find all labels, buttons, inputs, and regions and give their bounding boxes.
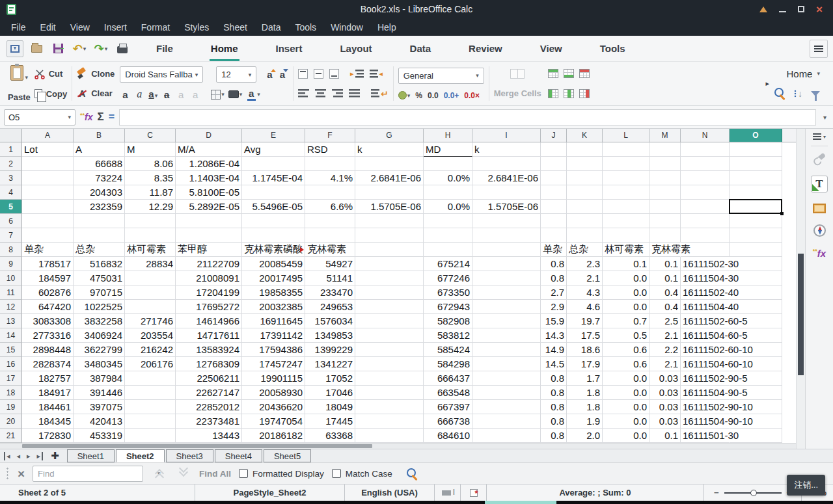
find-next-button[interactable] — [178, 469, 189, 479]
column-header-F[interactable]: F — [305, 129, 355, 142]
cell-F14[interactable]: 1349853 — [305, 328, 355, 343]
cell-J20[interactable]: 0.8 — [541, 414, 567, 429]
cell-K4[interactable] — [567, 185, 603, 200]
cell-L9[interactable]: 0.1 — [603, 257, 649, 271]
cell-M3[interactable] — [649, 171, 681, 185]
cell-H12[interactable]: 672943 — [424, 300, 472, 314]
cell-J12[interactable]: 2.9 — [541, 300, 567, 314]
cell-K13[interactable]: 19.7 — [567, 314, 603, 328]
cell-M21[interactable]: 0.1 — [649, 429, 681, 443]
cell-K2[interactable] — [567, 157, 603, 171]
column-header-O[interactable]: O — [730, 129, 782, 142]
cell-B12[interactable]: 1022525 — [74, 300, 125, 314]
cell-C13[interactable]: 271746 — [125, 314, 176, 328]
cell-J17[interactable]: 0.8 — [541, 371, 567, 386]
cell-H3[interactable]: 0.0% — [424, 171, 472, 185]
cell-A20[interactable]: 184345 — [22, 414, 74, 429]
cell-O5[interactable] — [730, 200, 782, 214]
cell-F6[interactable] — [305, 214, 355, 228]
cell-E1[interactable]: Avg — [242, 142, 305, 157]
cell-L16[interactable]: 0.6 — [603, 357, 649, 371]
cell-D2[interactable]: 1.2086E-04 — [176, 157, 242, 171]
cell-A18[interactable]: 184917 — [22, 386, 74, 400]
row-header-14[interactable]: 14 — [0, 328, 22, 343]
cell-B10[interactable]: 475031 — [74, 271, 125, 285]
cell-N16[interactable]: 16111504-60-10 — [681, 357, 730, 371]
menu-file[interactable]: File — [4, 20, 33, 35]
cell-O4[interactable] — [730, 185, 782, 200]
name-box[interactable]: O5 ▾ — [4, 109, 75, 126]
cell-G7[interactable] — [355, 228, 424, 243]
menubar-toggle-button[interactable] — [810, 40, 828, 58]
cell-L1[interactable] — [603, 142, 649, 157]
cell-D9[interactable]: 21122709 — [176, 257, 242, 271]
column-header-K[interactable]: K — [567, 129, 603, 142]
column-header-I[interactable]: I — [472, 129, 541, 142]
insert-columns-before-button[interactable] — [548, 89, 558, 98]
cell-J6[interactable] — [541, 214, 567, 228]
cell-E8[interactable]: 克林霉素磷酸 — [242, 243, 305, 257]
menu-styles[interactable]: Styles — [177, 20, 216, 35]
menu-tools[interactable]: Tools — [288, 20, 323, 35]
merge-cells-icon[interactable] — [510, 69, 525, 79]
cell-J11[interactable]: 2.7 — [541, 285, 567, 300]
cell-A14[interactable]: 2773316 — [22, 328, 74, 343]
cell-E12[interactable]: 20032385 — [242, 300, 305, 314]
cell-M10[interactable]: 0.1 — [649, 271, 681, 285]
row-header-1[interactable]: 1 — [0, 142, 22, 157]
cell-B4[interactable]: 204303 — [74, 185, 125, 200]
increase-indent-button[interactable]: ▸ — [350, 70, 364, 78]
close-button[interactable]: × — [816, 4, 823, 15]
cell-G15[interactable] — [355, 343, 424, 357]
cell-N20[interactable]: 16111504-90-10 — [681, 414, 730, 429]
zoom-track[interactable] — [724, 492, 782, 494]
cell-C20[interactable] — [125, 414, 176, 429]
cell-N11[interactable]: 16111502-40 — [681, 285, 730, 300]
cell-E20[interactable]: 19747054 — [242, 414, 305, 429]
cell-I9[interactable] — [472, 257, 541, 271]
cell-G8[interactable] — [355, 243, 424, 257]
cell-M15[interactable]: 2.2 — [649, 343, 681, 357]
menu-window[interactable]: Window — [323, 20, 370, 35]
cell-N6[interactable] — [681, 214, 730, 228]
functions-panel-button[interactable]: **fx — [813, 248, 826, 259]
cell-A13[interactable]: 3083308 — [22, 314, 74, 328]
cell-E18[interactable]: 20058930 — [242, 386, 305, 400]
row-header-2[interactable]: 2 — [0, 157, 22, 171]
cell-E17[interactable]: 19901115 — [242, 371, 305, 386]
cell-F5[interactable]: 6.6% — [305, 200, 355, 214]
cell-F17[interactable]: 17052 — [305, 371, 355, 386]
cell-N9[interactable]: 16111502-30 — [681, 257, 730, 271]
add-sheet-button[interactable]: ✚ — [44, 450, 66, 462]
cell-G3[interactable]: 2.6841E-06 — [355, 171, 424, 185]
column-header-C[interactable]: C — [125, 129, 176, 142]
cell-K11[interactable]: 4.3 — [567, 285, 603, 300]
cell-G19[interactable] — [355, 400, 424, 414]
cell-G13[interactable] — [355, 314, 424, 328]
ribbon-tab-insert[interactable]: Insert — [275, 36, 304, 61]
cell-M1[interactable] — [649, 142, 681, 157]
cell-D18[interactable]: 22627147 — [176, 386, 242, 400]
cell-G12[interactable] — [355, 300, 424, 314]
insert-rows-above-button[interactable] — [548, 69, 558, 78]
cell-F20[interactable]: 17445 — [305, 414, 355, 429]
cell-F11[interactable]: 233470 — [305, 285, 355, 300]
cell-N13[interactable]: 16111502-60-5 — [681, 314, 730, 328]
cell-L19[interactable]: 0.0 — [603, 400, 649, 414]
sheet-tab-sheet4[interactable]: Sheet4 — [215, 449, 262, 462]
cell-L7[interactable] — [603, 228, 649, 243]
cell-M16[interactable]: 2.1 — [649, 357, 681, 371]
cell-N15[interactable]: 16111502-60-10 — [681, 343, 730, 357]
cell-E15[interactable]: 17594386 — [242, 343, 305, 357]
remove-decimal-button[interactable]: 0.0× — [464, 91, 480, 100]
zoom-thumb[interactable] — [750, 490, 757, 496]
name-box-dropdown-icon[interactable]: ▾ — [68, 114, 71, 120]
row-header-13[interactable]: 13 — [0, 314, 22, 328]
row-header-3[interactable]: 3 — [0, 171, 22, 185]
vertical-scrollbar-thumb[interactable] — [798, 254, 804, 375]
cell-J4[interactable] — [541, 185, 567, 200]
cell-C16[interactable]: 206176 — [125, 357, 176, 371]
formatted-display-box[interactable] — [239, 469, 248, 478]
formula-input[interactable] — [119, 109, 816, 126]
ribbon-tab-home[interactable]: Home — [210, 36, 239, 61]
